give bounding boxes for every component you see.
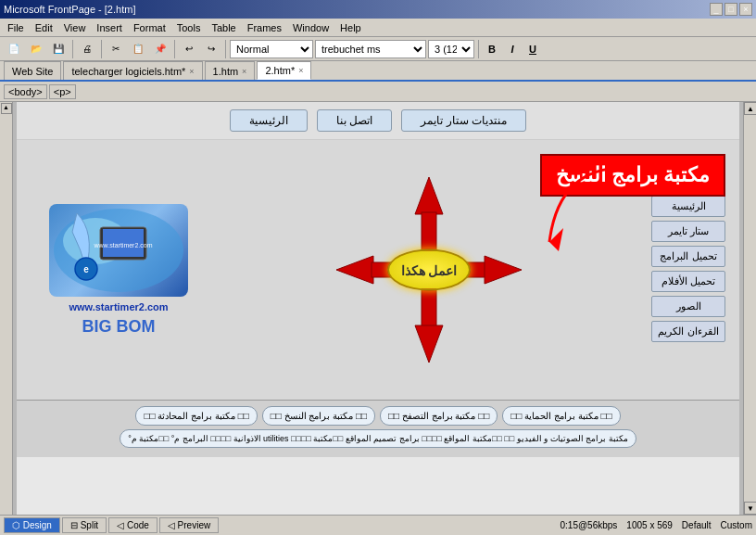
menu-file[interactable]: File xyxy=(2,20,30,35)
svg-text:e: e xyxy=(83,264,89,274)
tab-split[interactable]: ⊟ Split xyxy=(62,517,107,533)
cat-protect[interactable]: □□ مكتبة برامج الحماية □□ xyxy=(502,406,620,426)
center-area: اعمل هكذا xyxy=(211,149,647,390)
tab-website[interactable]: Web Site xyxy=(4,61,61,80)
tab-telecharger-close[interactable]: × xyxy=(189,67,194,76)
bottom-tabs: ⬡ Design ⊟ Split ◁ Code ◁ Preview xyxy=(4,517,219,533)
menu-tools[interactable]: Tools xyxy=(171,20,207,35)
nav-home[interactable]: الرئيسية xyxy=(230,109,308,132)
print-btn[interactable]: 🖨 xyxy=(77,39,97,59)
tab-2htm[interactable]: 2.htm* × xyxy=(257,61,311,80)
top-nav: الرئيسية اتصل بنا منتديات ستار تايمر xyxy=(17,102,739,140)
tab-website-label: Web Site xyxy=(12,66,53,77)
scroll-track[interactable] xyxy=(744,115,756,502)
logo-svg: www.startimer2.com e xyxy=(49,204,188,297)
tabs-bar: Web Site telecharger logiciels.htm* × 1.… xyxy=(0,61,756,82)
copy-btn[interactable]: 📋 xyxy=(128,39,148,59)
close-btn[interactable]: × xyxy=(739,3,752,16)
toolbar-sep-3 xyxy=(174,40,175,58)
default-label: Default xyxy=(682,520,712,530)
tab-2htm-close[interactable]: × xyxy=(298,66,303,75)
open-btn[interactable]: 📂 xyxy=(26,39,46,59)
menu-help[interactable]: Help xyxy=(334,20,367,35)
tab-1htm[interactable]: 1.htm × xyxy=(205,61,256,80)
sidebar-photos[interactable]: الصور xyxy=(651,296,725,317)
tab-preview[interactable]: ◁ Preview xyxy=(159,517,219,533)
size-dropdown[interactable]: 3 (12 pt) xyxy=(428,40,474,58)
save-btn[interactable]: 💾 xyxy=(48,39,69,59)
underline-btn[interactable]: U xyxy=(523,40,542,58)
bottom-bar: ⬡ Design ⊟ Split ◁ Code ◁ Preview 0:15@5… xyxy=(0,515,756,535)
menu-table[interactable]: Table xyxy=(206,20,241,35)
svg-text:www.startimer2.com: www.startimer2.com xyxy=(93,242,152,248)
menu-insert[interactable]: Insert xyxy=(91,20,128,35)
left-ruler: ▲ xyxy=(0,102,13,515)
menu-window[interactable]: Window xyxy=(287,20,334,35)
code-icon: ◁ xyxy=(117,520,124,530)
tab-design[interactable]: ⬡ Design xyxy=(4,517,60,533)
main-area: مكتبة برامج النسخ xyxy=(17,140,739,400)
menu-bar: File Edit View Insert Format Tools Table… xyxy=(0,19,756,37)
arrow-cross: اعمل هكذا xyxy=(336,177,522,363)
split-icon: ⊟ xyxy=(70,520,78,530)
cut-icon: ✂ xyxy=(112,44,120,54)
cat-media[interactable]: مكتبة برامج الصوتيات و الفيديو □□ □□مكتب… xyxy=(120,429,636,448)
p-tag: <p> xyxy=(49,84,76,99)
bold-btn[interactable]: B xyxy=(483,40,501,58)
custom-label: Custom xyxy=(721,520,752,530)
svg-marker-11 xyxy=(336,256,373,284)
nav-contact[interactable]: اتصل بنا xyxy=(317,109,392,132)
categories-row-2: مكتبة برامج الصوتيات و الفيديو □□ □□مكتب… xyxy=(21,429,735,448)
sidebar-quran[interactable]: القرءان الكريم xyxy=(651,321,725,342)
print-icon: 🖨 xyxy=(82,44,92,54)
svg-marker-13 xyxy=(485,256,522,284)
cat-chat[interactable]: □□ مكتبة برامج المحادثة □□ xyxy=(135,406,257,426)
paste-icon: 📌 xyxy=(155,44,166,54)
menu-edit[interactable]: Edit xyxy=(30,20,58,35)
right-scrollbar: ▲ ▼ xyxy=(743,102,756,515)
page-content: الرئيسية اتصل بنا منتديات ستار تايمر مكت… xyxy=(17,102,739,515)
sidebar-films[interactable]: تحميل الأفلام xyxy=(651,271,725,292)
scroll-up-left[interactable]: ▲ xyxy=(1,103,12,114)
cloud-text: اعمل هكذا xyxy=(401,262,458,277)
tab-1htm-close[interactable]: × xyxy=(242,67,246,76)
sidebar-programs[interactable]: تحميل البرامج xyxy=(651,246,725,267)
bottom-status: 0:15@56kbps 1005 x 569 Default Custom xyxy=(560,520,752,530)
dimensions: 1005 x 569 xyxy=(626,520,673,530)
logo-area: www.startimer2.com e www.startimer2.com … xyxy=(26,149,211,390)
time-speed: 0:15@56kbps xyxy=(560,520,617,530)
undo-btn[interactable]: ↩ xyxy=(179,39,199,59)
title-bar: Microsoft FrontPage - [2.htm] _ □ × xyxy=(0,0,756,19)
tab-code[interactable]: ◁ Code xyxy=(108,517,158,533)
bottom-categories: □□ مكتبة برامج المحادثة □□ □□ مكتبة برام… xyxy=(17,400,739,457)
cut-btn[interactable]: ✂ xyxy=(106,39,126,59)
paste-btn[interactable]: 📌 xyxy=(150,39,170,59)
maximize-btn[interactable]: □ xyxy=(724,3,737,16)
open-icon: 📂 xyxy=(31,44,42,54)
scroll-up-btn[interactable]: ▲ xyxy=(744,102,756,115)
toolbar-sep-4 xyxy=(225,40,226,58)
menu-frames[interactable]: Frames xyxy=(242,20,287,35)
cat-copy[interactable]: □□ مكتبة برامج النسخ □□ xyxy=(262,406,375,426)
minimize-btn[interactable]: _ xyxy=(710,3,723,16)
window-controls: _ □ × xyxy=(710,3,752,16)
font-dropdown[interactable]: trebuchet ms xyxy=(315,40,426,58)
menu-format[interactable]: Format xyxy=(128,20,171,35)
design-icon: ⬡ xyxy=(12,520,20,530)
cat-browse[interactable]: □□ مكتبة برامج التصفح □□ xyxy=(380,406,498,426)
scroll-down-btn[interactable]: ▼ xyxy=(744,502,756,515)
new-btn[interactable]: 📄 xyxy=(4,39,24,59)
preview-icon: ◁ xyxy=(168,520,175,530)
menu-view[interactable]: View xyxy=(58,20,92,35)
sidebar-startimer[interactable]: ستار تايمر xyxy=(651,221,725,242)
new-icon: 📄 xyxy=(8,44,19,54)
style-dropdown[interactable]: Normal xyxy=(230,40,313,58)
title-text: Microsoft FrontPage - [2.htm] xyxy=(4,4,135,15)
tab-telecharger[interactable]: telecharger logiciels.htm* × xyxy=(63,61,202,80)
italic-btn[interactable]: I xyxy=(503,40,522,58)
redo-btn[interactable]: ↪ xyxy=(201,39,221,59)
nav-forum[interactable]: منتديات ستار تايمر xyxy=(401,109,526,132)
sidebar-home[interactable]: الرئيسية xyxy=(651,196,725,217)
body-tag: <body> xyxy=(4,84,47,99)
undo-icon: ↩ xyxy=(185,44,193,54)
